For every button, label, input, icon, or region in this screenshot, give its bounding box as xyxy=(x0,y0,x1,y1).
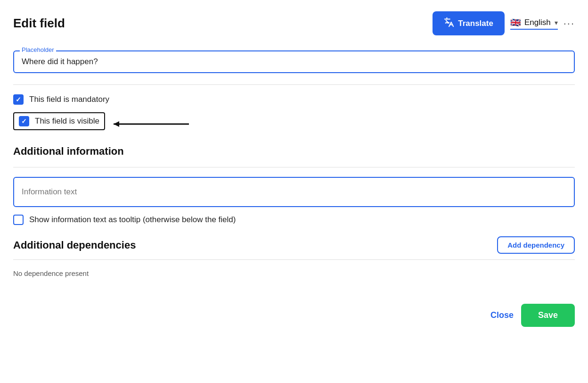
header-right: Translate 🇬🇧 English ▾ ··· xyxy=(433,11,575,35)
page-container: Edit field Translate 🇬🇧 Engl xyxy=(0,0,588,383)
more-options-button[interactable]: ··· xyxy=(564,17,575,30)
page-title: Edit field xyxy=(13,16,65,31)
translate-icon xyxy=(444,17,454,30)
more-dots-icon: ··· xyxy=(564,17,575,30)
checkmark-icon-2: ✓ xyxy=(21,117,27,125)
flag-icon: 🇬🇧 xyxy=(510,17,521,28)
info-field-wrapper xyxy=(13,177,575,207)
footer-actions: Close Save xyxy=(13,296,575,327)
placeholder-field-wrapper: Placeholder xyxy=(13,50,575,73)
placeholder-label: Placeholder xyxy=(20,46,56,53)
arrow-annotation xyxy=(109,117,194,133)
dependencies-title: Additional dependencies xyxy=(13,239,136,251)
tooltip-checkbox-label: Show information text as tooltip (otherw… xyxy=(29,215,236,225)
visible-checkbox[interactable]: ✓ xyxy=(19,116,29,126)
arrow-svg xyxy=(109,117,194,131)
divider-2 xyxy=(13,167,575,167)
mandatory-checkbox-label: This field is mandatory xyxy=(29,95,109,104)
visible-checkbox-label: This field is visible xyxy=(35,117,99,126)
mandatory-checkbox[interactable]: ✓ xyxy=(13,94,24,105)
placeholder-input[interactable] xyxy=(22,57,566,67)
divider-1 xyxy=(13,84,575,85)
tooltip-checkbox-row: Show information text as tooltip (otherw… xyxy=(13,215,575,225)
additional-info-title: Additional information xyxy=(13,145,575,158)
add-dependency-button[interactable]: Add dependency xyxy=(497,236,575,254)
mandatory-checkbox-row: ✓ This field is mandatory xyxy=(13,94,575,105)
additional-info-section: Additional information Show information … xyxy=(13,145,575,225)
translate-button[interactable]: Translate xyxy=(433,11,505,35)
tooltip-checkbox[interactable] xyxy=(13,215,24,225)
dependencies-header: Additional dependencies Add dependency xyxy=(13,236,575,254)
visible-checkbox-container: ✓ This field is visible xyxy=(13,112,575,138)
chevron-down-icon: ▾ xyxy=(555,19,558,26)
language-label: English xyxy=(524,18,551,27)
save-button[interactable]: Save xyxy=(521,304,575,327)
translate-btn-label: Translate xyxy=(458,19,493,28)
information-text-input[interactable] xyxy=(22,187,566,197)
visible-checkbox-highlighted: ✓ This field is visible xyxy=(13,112,105,130)
language-selector[interactable]: 🇬🇧 English ▾ xyxy=(510,17,558,30)
divider-3 xyxy=(13,259,575,260)
placeholder-section: Placeholder xyxy=(13,50,575,73)
header: Edit field Translate 🇬🇧 Engl xyxy=(13,11,575,35)
no-dependence-text: No dependence present xyxy=(13,269,575,277)
close-button[interactable]: Close xyxy=(490,310,514,320)
svg-marker-1 xyxy=(114,121,119,127)
checkmark-icon: ✓ xyxy=(16,96,21,103)
dependencies-section: Additional dependencies Add dependency N… xyxy=(13,236,575,277)
